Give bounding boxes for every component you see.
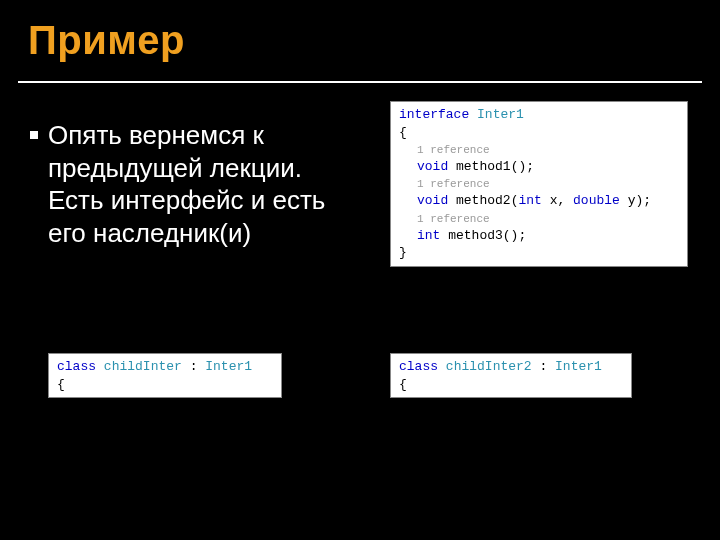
reference-count: 1 reference xyxy=(417,143,679,158)
keyword: int xyxy=(518,193,541,208)
keyword: void xyxy=(417,193,448,208)
keyword: double xyxy=(573,193,620,208)
code-text: y); xyxy=(620,193,651,208)
code-line: class childInter2 : Inter1 xyxy=(399,358,623,376)
code-line: int method3(); xyxy=(417,227,679,245)
slide-title: Пример xyxy=(28,18,692,63)
code-text: method3(); xyxy=(440,228,526,243)
code-line: interface Inter1 xyxy=(399,106,679,124)
type-name: Inter1 xyxy=(477,107,524,122)
bullet-text-block: Опять вернемся к предыдущей лекции. Есть… xyxy=(48,119,348,249)
keyword: class xyxy=(57,359,96,374)
keyword: interface xyxy=(399,107,469,122)
code-text: x, xyxy=(542,193,573,208)
type-name: childInter2 xyxy=(446,359,532,374)
code-box-child1: class childInter : Inter1 { xyxy=(48,353,282,398)
bullet-marker-icon xyxy=(30,131,38,139)
type-name: Inter1 xyxy=(205,359,252,374)
code-line: } xyxy=(399,244,679,262)
code-line: void method1(); xyxy=(417,158,679,176)
code-line: class childInter : Inter1 xyxy=(57,358,273,376)
title-area: Пример xyxy=(0,0,720,71)
keyword: void xyxy=(417,159,448,174)
code-text: : xyxy=(532,359,555,374)
code-text: : xyxy=(182,359,205,374)
reference-count: 1 reference xyxy=(417,212,679,227)
code-line: { xyxy=(399,124,679,142)
code-line: { xyxy=(57,376,273,394)
code-text: method1(); xyxy=(448,159,534,174)
content-area: Опять вернемся к предыдущей лекции. Есть… xyxy=(0,83,720,533)
type-name: Inter1 xyxy=(555,359,602,374)
keyword: class xyxy=(399,359,438,374)
bullet-text: Опять вернемся к предыдущей лекции. Есть… xyxy=(48,120,325,248)
code-box-interface: interface Inter1 { 1 reference void meth… xyxy=(390,101,688,267)
keyword: int xyxy=(417,228,440,243)
type-name: childInter xyxy=(104,359,182,374)
code-box-child2: class childInter2 : Inter1 { xyxy=(390,353,632,398)
reference-count: 1 reference xyxy=(417,177,679,192)
code-line: { xyxy=(399,376,623,394)
code-line: void method2(int x, double y); xyxy=(417,192,679,210)
code-text: method2( xyxy=(448,193,518,208)
